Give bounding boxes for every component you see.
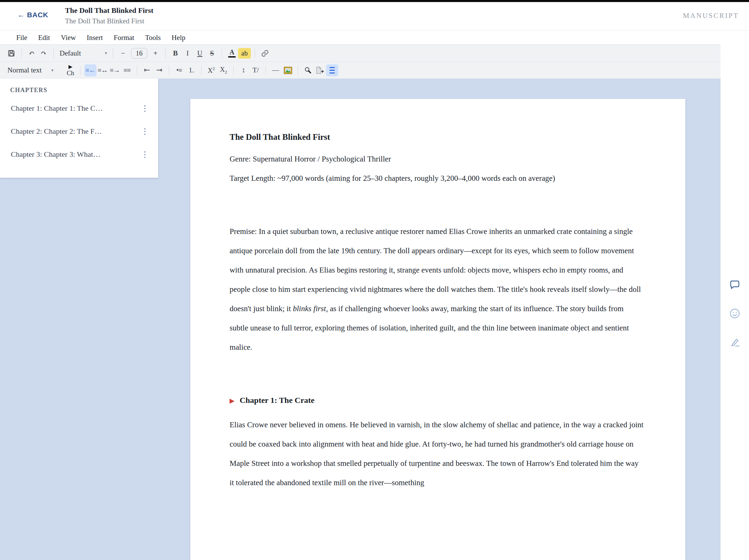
toolbar-divider: [169, 66, 169, 75]
text-color-button[interactable]: A: [226, 47, 238, 59]
toolbar-divider: [113, 48, 113, 58]
toolbar-divider: [201, 66, 201, 75]
doc-target-line: Target Length: ~97,000 words (aiming for…: [230, 169, 644, 188]
toolbar-divider: [80, 66, 81, 75]
toolbar-row-formatting: ↶ ↷ Default ▾ − 16 + B I U S: [0, 45, 721, 62]
numbered-list-button[interactable]: 1.: [185, 64, 197, 77]
toolbar-divider: [53, 48, 54, 58]
font-size-value[interactable]: 16: [131, 48, 147, 59]
highlight-color-button[interactable]: ab: [238, 48, 251, 59]
align-justify-icon: ≡≡: [124, 66, 131, 74]
clear-formatting-icon: T/: [253, 66, 259, 74]
chevron-down-icon: ▾: [105, 50, 107, 56]
toolbar: ↶ ↷ Default ▾ − 16 + B I U S: [0, 44, 721, 79]
line-spacing-button[interactable]: ↕: [237, 64, 250, 77]
manuscript-badge: MANUSCRIPT: [683, 12, 739, 20]
redo-button[interactable]: ↷: [38, 47, 50, 59]
menu-edit[interactable]: Edit: [38, 34, 50, 42]
sidebar-item-chapter-1[interactable]: Chapter 1: Chapter 1: The C… ⋮: [0, 97, 158, 120]
menu-help[interactable]: Help: [172, 34, 186, 42]
horizontal-rule-button[interactable]: —: [270, 64, 282, 77]
redo-icon: ↷: [41, 49, 47, 58]
align-center-icon: ≡↔: [98, 66, 107, 74]
document-page[interactable]: The Doll That Blinked First Genre: Super…: [190, 99, 685, 560]
kebab-menu-icon[interactable]: ⋮: [140, 150, 150, 159]
toolbar-divider: [165, 48, 166, 58]
clear-formatting-button[interactable]: T/: [250, 64, 262, 77]
undo-button[interactable]: ↶: [25, 47, 38, 59]
menu-format[interactable]: Format: [114, 34, 134, 42]
toolbar-divider: [255, 48, 255, 58]
horizontal-rule-icon: —: [272, 66, 279, 74]
kebab-menu-icon[interactable]: ⋮: [140, 127, 150, 136]
menu-tools[interactable]: Tools: [145, 34, 160, 42]
save-button[interactable]: [5, 47, 18, 59]
indent-button[interactable]: ⇥: [153, 64, 165, 77]
align-left-button[interactable]: ≡←: [84, 64, 97, 77]
smiley-icon: [729, 308, 740, 319]
outdent-icon: ⇤: [144, 66, 150, 74]
font-size-decrease-button[interactable]: −: [117, 47, 129, 59]
link-icon: [261, 49, 269, 57]
app-window: ← BACK The Doll That Blinked First The D…: [0, 0, 749, 560]
page-title: The Doll That Blinked First: [65, 5, 153, 16]
chapter-item-label: Chapter 1: Chapter 1: The C…: [11, 104, 103, 113]
app-header: ← BACK The Doll That Blinked First The D…: [0, 2, 749, 30]
toolbar-divider: [137, 66, 137, 75]
chapter-button-label: Ch: [67, 70, 74, 76]
chevron-down-icon: ▾: [51, 68, 53, 73]
minus-icon: −: [121, 49, 125, 57]
font-family-select[interactable]: Default ▾: [58, 49, 109, 58]
reactions-button[interactable]: [729, 307, 741, 320]
chapter-marker-icon: ▶: [230, 391, 235, 410]
menu-file[interactable]: File: [16, 34, 27, 42]
page-break-button[interactable]: [314, 64, 326, 77]
save-icon: [8, 49, 15, 57]
font-family-value: Default: [60, 49, 81, 58]
numbered-list-icon: 1.: [189, 66, 194, 74]
edit-mode-button[interactable]: [729, 336, 741, 348]
header-title-block: The Doll That Blinked First The Doll Tha…: [65, 5, 153, 26]
hamburger-icon: [329, 66, 335, 74]
insert-link-button[interactable]: [259, 47, 271, 59]
text-color-bar: [228, 56, 236, 58]
kebab-menu-icon[interactable]: ⋮: [140, 104, 150, 113]
strikethrough-button[interactable]: S: [206, 47, 218, 59]
font-size-increase-button[interactable]: +: [149, 47, 162, 59]
align-right-button[interactable]: ≡→: [109, 64, 121, 77]
paragraph-style-select[interactable]: Normal text ▾: [5, 66, 56, 74]
comments-button[interactable]: [729, 279, 741, 291]
toggle-chapters-panel-button[interactable]: [326, 64, 338, 77]
sidebar-item-chapter-2[interactable]: Chapter 2: Chapter 2: The F… ⋮: [0, 120, 158, 143]
menu-view[interactable]: View: [61, 34, 76, 42]
page-break-icon: [316, 66, 324, 74]
comment-icon: [729, 280, 740, 290]
chapter-insert-button[interactable]: ▶ Ch: [64, 64, 77, 77]
undo-icon: ↶: [28, 49, 35, 58]
superscript-icon: X2: [208, 66, 215, 74]
doc-premise-paragraph: Premise: In a quiet suburban town, a rec…: [230, 222, 644, 357]
align-center-button[interactable]: ≡↔: [97, 64, 109, 77]
back-button[interactable]: ← BACK: [18, 11, 48, 19]
paragraph-style-value: Normal text: [7, 66, 42, 74]
bullet-list-button[interactable]: •≡: [173, 64, 185, 77]
align-right-icon: ≡→: [110, 66, 120, 74]
insert-image-button[interactable]: [282, 64, 294, 77]
menu-insert[interactable]: Insert: [87, 34, 103, 42]
plus-icon: +: [153, 49, 157, 57]
subscript-button[interactable]: X2: [217, 64, 230, 77]
superscript-button[interactable]: X2: [205, 64, 217, 77]
chapters-heading: CHAPTERS: [10, 87, 158, 94]
search-button[interactable]: [302, 64, 314, 77]
indent-icon: ⇥: [156, 66, 162, 74]
menu-bar: File Edit View Insert Format Tools Help: [0, 31, 749, 44]
align-justify-button[interactable]: ≡≡: [121, 64, 133, 77]
underline-button[interactable]: U: [194, 47, 206, 59]
image-icon: [284, 67, 292, 74]
outdent-button[interactable]: ⇤: [141, 64, 153, 77]
italic-button[interactable]: I: [181, 47, 194, 59]
bold-button[interactable]: B: [169, 47, 181, 59]
toolbar-divider: [21, 48, 22, 58]
align-left-icon: ≡←: [85, 66, 95, 74]
sidebar-item-chapter-3[interactable]: Chapter 3: Chapter 3: What… ⋮: [0, 143, 158, 166]
